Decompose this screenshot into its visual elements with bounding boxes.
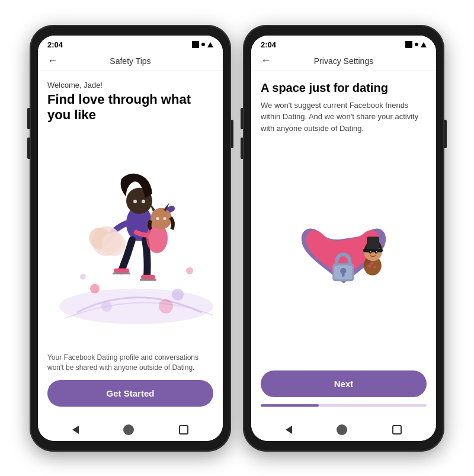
recents-nav-icon[interactable] — [179, 425, 188, 435]
progress-bar-fill — [261, 404, 319, 407]
svg-point-16 — [90, 284, 100, 293]
svg-rect-36 — [342, 273, 345, 277]
svg-point-0 — [59, 289, 213, 324]
svg-point-4 — [142, 200, 145, 203]
svg-point-35 — [340, 268, 347, 274]
phone-body-right: 2:04 ← Privacy Settings A space just for… — [243, 25, 444, 452]
svg-point-18 — [186, 267, 193, 274]
back-button-right[interactable]: ← — [261, 55, 271, 67]
svg-point-13 — [150, 208, 172, 229]
power-button — [231, 120, 233, 148]
headline-text: Find love through what you like — [47, 92, 213, 123]
back-nav-icon[interactable] — [72, 426, 79, 434]
heart-lock-svg — [290, 203, 397, 310]
home-nav-icon[interactable] — [123, 424, 134, 435]
svg-point-29 — [369, 251, 372, 254]
svg-point-32 — [376, 251, 377, 253]
privacy-illustration-area — [261, 143, 427, 370]
svg-point-21 — [101, 301, 112, 312]
status-icons-right — [405, 41, 427, 48]
svg-point-15 — [164, 218, 166, 221]
svg-rect-7 — [141, 275, 155, 280]
phone-screen-left: 2:04 ← Safety Tips Welcome, Jade! Find l… — [38, 36, 223, 441]
svg-rect-6 — [113, 273, 130, 274]
app-header-right: ← Privacy Settings — [251, 52, 436, 71]
svg-point-14 — [156, 218, 159, 221]
next-button[interactable]: Next — [261, 370, 427, 397]
skating-svg — [47, 130, 213, 353]
signal-icon — [192, 41, 199, 48]
screen-content-left: Welcome, Jade! Find love through what yo… — [38, 71, 223, 419]
battery-icon-r — [421, 42, 427, 47]
screen-content-right: A space just for dating We won't suggest… — [251, 71, 436, 419]
left-phone: 2:04 ← Safety Tips Welcome, Jade! Find l… — [30, 25, 231, 452]
right-phone: 2:04 ← Privacy Settings A space just for… — [243, 25, 444, 452]
wifi-icon — [201, 43, 205, 46]
nav-bar-right — [251, 419, 436, 441]
svg-point-23 — [370, 262, 373, 265]
svg-point-25 — [368, 266, 371, 269]
svg-point-11 — [102, 232, 126, 256]
status-bar-left: 2:04 — [38, 36, 223, 52]
svg-rect-28 — [367, 237, 379, 250]
phone-body-left: 2:04 ← Safety Tips Welcome, Jade! Find l… — [30, 25, 231, 452]
svg-point-17 — [172, 289, 184, 301]
welcome-text: Welcome, Jade! — [47, 81, 213, 90]
phone-screen-right: 2:04 ← Privacy Settings A space just for… — [251, 36, 436, 441]
get-started-button[interactable]: Get Started — [47, 380, 213, 407]
wifi-icon-r — [415, 43, 418, 46]
svg-point-3 — [133, 200, 137, 203]
app-header-left: ← Safety Tips — [38, 52, 223, 71]
svg-point-30 — [375, 251, 378, 254]
svg-point-19 — [80, 274, 86, 280]
home-nav-icon-r[interactable] — [337, 424, 347, 435]
svg-rect-5 — [114, 269, 129, 273]
header-title-left: Safety Tips — [110, 56, 150, 66]
header-title-right: Privacy Settings — [314, 56, 373, 66]
svg-rect-8 — [140, 279, 156, 281]
progress-bar — [261, 404, 427, 407]
privacy-title: A space just for dating — [261, 81, 427, 95]
power-button-right — [444, 120, 447, 148]
status-icons-left — [192, 41, 213, 48]
back-nav-icon-r[interactable] — [286, 426, 292, 434]
back-button-left[interactable]: ← — [47, 55, 58, 67]
status-time-left: 2:04 — [47, 40, 63, 49]
nav-bar-left — [38, 419, 223, 441]
svg-point-20 — [159, 299, 173, 314]
skating-illustration-area — [47, 130, 213, 353]
status-bar-right: 2:04 — [251, 36, 436, 52]
svg-rect-27 — [363, 249, 383, 253]
bottom-disclaimer: Your Facebook Dating profile and convers… — [47, 353, 213, 373]
svg-point-24 — [373, 266, 376, 269]
signal-icon-r — [405, 41, 412, 48]
status-time-right: 2:04 — [261, 40, 276, 49]
svg-point-31 — [370, 251, 371, 253]
privacy-description: We won't suggest current Facebook friend… — [261, 100, 427, 135]
recents-nav-icon-r[interactable] — [392, 425, 402, 435]
battery-icon — [207, 42, 213, 47]
